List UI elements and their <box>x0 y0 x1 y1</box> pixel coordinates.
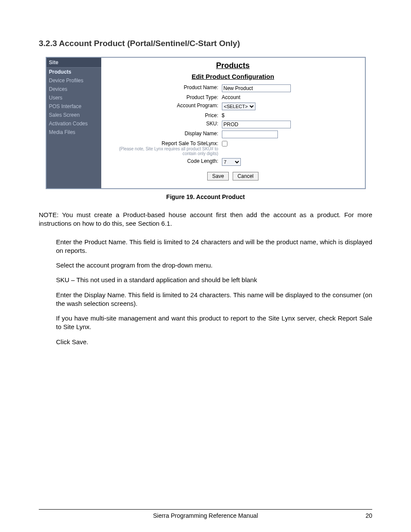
label-sku: SKU: <box>106 121 222 127</box>
product-name-input[interactable] <box>222 84 291 92</box>
sidebar-item-devices[interactable]: Devices <box>47 85 101 93</box>
panel-title: Products <box>106 61 361 70</box>
sidebar-item-pos-interface[interactable]: POS Interface <box>47 102 101 111</box>
step-item: If you have multi-site management and wa… <box>56 314 372 332</box>
display-name-input[interactable] <box>222 131 278 138</box>
sidebar-item-sales-screen[interactable]: Sales Screen <box>47 111 101 119</box>
cancel-button[interactable]: Cancel <box>233 172 258 180</box>
note-paragraph: NOTE: You must create a Product-based ho… <box>39 211 372 228</box>
label-code-length: Code Length: <box>106 158 222 164</box>
label-price: Price: <box>106 112 222 118</box>
sidebar-item-media-files[interactable]: Media Files <box>47 128 101 137</box>
save-button[interactable]: Save <box>207 172 228 180</box>
sidebar-item-device-profiles[interactable]: Device Profiles <box>47 76 101 85</box>
label-display-name: Display Name: <box>106 131 222 137</box>
label-report-sale-note: (Please note, Site Lynx requires all pro… <box>106 146 218 156</box>
footer-title: Sierra Programming Reference Manual <box>153 512 258 519</box>
sidebar-item-activation-codes[interactable]: Activation Codes <box>47 119 101 128</box>
label-report-sale: Report Sale To SiteLynx: <box>162 140 218 146</box>
code-length-select[interactable]: 7 <box>222 158 241 166</box>
label-product-name: Product Name: <box>106 84 222 90</box>
sidebar-item-users[interactable]: Users <box>47 93 101 102</box>
step-item: Click Save. <box>56 338 372 346</box>
sku-input[interactable] <box>222 121 291 128</box>
product-type-value: Account <box>222 94 361 100</box>
app-screenshot: Site Products Device Profiles Devices Us… <box>46 57 366 189</box>
step-item: Select the account program from the drop… <box>56 261 372 270</box>
sidebar: Site Products Device Profiles Devices Us… <box>47 58 101 188</box>
panel-subtitle: Edit Product Configuration <box>106 73 361 80</box>
main-panel: Products Edit Product Configuration Prod… <box>101 58 365 188</box>
sidebar-header: Site <box>47 58 101 68</box>
account-program-select[interactable]: <SELECT> <box>222 103 255 110</box>
step-item: Enter the Product Name. This field is li… <box>56 238 372 255</box>
figure-caption: Figure 19. Account Product <box>39 193 372 200</box>
page-number: 20 <box>365 512 372 519</box>
step-item: SKU – This not used in a standard applic… <box>56 276 372 284</box>
price-prefix: $ <box>222 112 361 118</box>
label-account-program: Account Program: <box>106 103 222 109</box>
step-item: Enter the Display Name. This field is li… <box>56 291 372 308</box>
section-heading: 3.2.3 Account Product (Portal/Sentinel/C… <box>39 39 372 48</box>
page-footer: Sierra Programming Reference Manual 20 <box>39 509 372 519</box>
steps-list: Enter the Product Name. This field is li… <box>56 238 372 346</box>
report-sale-checkbox[interactable] <box>222 141 227 146</box>
sidebar-item-products[interactable]: Products <box>47 68 101 76</box>
label-product-type: Product Type: <box>106 94 222 100</box>
